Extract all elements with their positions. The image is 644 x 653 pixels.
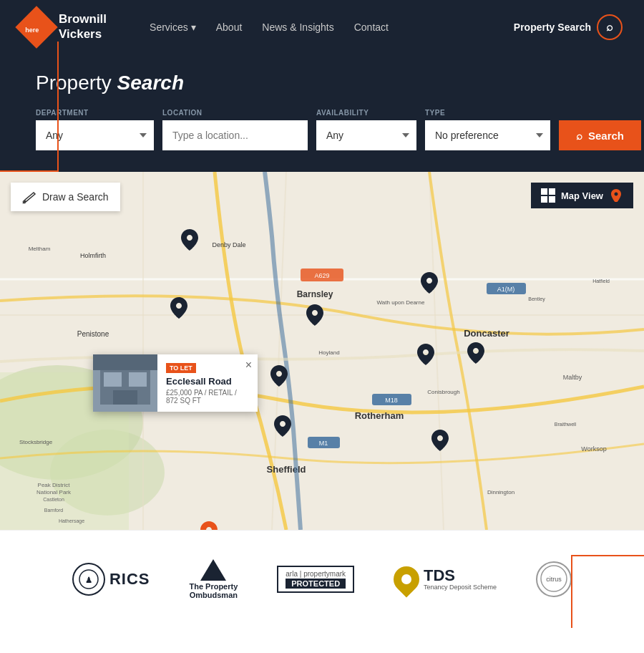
svg-text:Denby Dale: Denby Dale [212,241,245,248]
popup-title: Ecclesall Road [166,376,249,387]
popup-close-button[interactable]: × [245,359,252,372]
logo-text: Brownill Vickers [59,12,107,42]
svg-text:A1(M): A1(M) [497,286,515,293]
map-pin[interactable] [170,297,187,319]
map-view-button[interactable]: Map View [531,183,633,208]
property-popup: × TO LET Ecclesall Road £25,000 [93,354,258,412]
department-group: DEPARTMENT Any Commercial Residential In… [36,109,154,150]
pin-icon [609,188,623,203]
map-pin[interactable] [306,304,323,326]
type-label: TYPE [425,109,550,117]
svg-rect-46 [129,372,147,387]
department-select[interactable]: Any Commercial Residential Industrial [36,120,154,150]
chevron-down-icon: ▾ [191,21,196,33]
property-search-header-btn[interactable]: Property Search ⌕ [514,14,623,40]
tpo-logo: The PropertyOmbudsman [189,559,238,599]
popup-badge: TO LET [166,363,196,373]
arla-protected-text: PROTECTED [286,579,346,589]
svg-text:Peak District: Peak District [38,482,71,488]
svg-text:Sheffield: Sheffield [267,464,306,475]
map-pin[interactable] [431,430,449,451]
map-background: A629 A1(M) M18 M1 Barnsley Doncaster Rot… [0,172,644,530]
svg-text:Conisbrough: Conisbrough [427,389,459,395]
map-pin[interactable] [181,229,198,251]
location-label: LOCATION [162,109,308,117]
grid-icon [541,188,555,203]
map-pin-active[interactable] [200,521,218,530]
svg-rect-47 [113,390,137,405]
draw-icon [22,190,36,204]
header-right: Property Search ⌕ [514,14,623,40]
page-title: Property Search [36,72,608,95]
type-group: TYPE No preference Office Retail Industr… [425,109,550,150]
arla-logo: arla | propertymark PROTECTED [277,566,354,593]
location-group: LOCATION [162,109,308,150]
nav-services[interactable]: Services ▾ [150,21,196,33]
citrus-logo: citrus [536,561,572,597]
svg-text:A629: A629 [314,272,329,279]
rics-label: RICS [109,570,150,589]
map-pin[interactable] [270,365,288,387]
search-form: DEPARTMENT Any Commercial Residential In… [36,109,608,150]
svg-text:Rotherham: Rotherham [355,410,404,421]
svg-text:Dinnington: Dinnington [487,489,514,495]
svg-text:M18: M18 [385,397,398,404]
tpo-label: The PropertyOmbudsman [189,582,238,599]
popup-image [93,354,157,412]
map-pin[interactable] [467,342,484,364]
svg-text:M1: M1 [319,440,328,447]
rics-icon: ♟ [72,563,105,596]
svg-text:Wath upon Dearne: Wath upon Dearne [377,299,425,306]
logo-diamond: here [15,6,57,48]
svg-text:Bentley: Bentley [528,296,545,302]
type-select[interactable]: No preference Office Retail Industrial L… [425,120,550,150]
map-section: A629 A1(M) M18 M1 Barnsley Doncaster Rot… [0,172,644,530]
svg-text:Barnsley: Barnsley [297,289,333,299]
tpo-triangle-icon [200,559,226,581]
search-button[interactable]: ⌕ Search [559,120,641,150]
availability-group: AVAILABILITY Any To Let For Sale Under O… [316,109,416,150]
search-icon: ⌕ [576,130,582,142]
main-nav: Services ▾ About News & Insights Contact [150,21,389,33]
department-label: DEPARTMENT [36,109,154,117]
citrus-text: citrus [540,564,568,595]
logo-tag: here [25,27,39,34]
map-pin[interactable] [417,344,434,365]
map-pin[interactable] [421,272,438,294]
availability-label: AVAILABILITY [316,109,416,117]
search-section: Property Search DEPARTMENT Any Commercia… [0,54,644,172]
svg-text:Holmfirth: Holmfirth [80,252,106,259]
map-pin[interactable] [274,415,291,437]
svg-rect-45 [104,372,122,387]
draw-search-button[interactable]: Draw a Search [11,183,120,211]
nav-contact[interactable]: Contact [354,21,389,33]
rics-logo: ♟ RICS [72,563,150,596]
tds-leaf-icon [389,561,425,598]
svg-rect-48 [93,354,157,370]
svg-text:Doncaster: Doncaster [464,328,509,339]
tds-logo: TDS Tenancy Deposit Scheme [394,566,497,592]
header: here Brownill Vickers Services ▾ About N… [0,0,644,54]
svg-text:Penistone: Penistone [77,330,109,338]
nav-about[interactable]: About [216,21,243,33]
location-input[interactable] [162,120,308,150]
footer-logos: ♟ RICS The PropertyOmbudsman arla | prop… [0,530,644,628]
svg-text:Bamford: Bamford [44,508,64,513]
svg-text:citrus: citrus [546,576,562,583]
svg-text:Castleton: Castleton [43,497,64,502]
svg-text:♟: ♟ [85,576,92,584]
nav-news[interactable]: News & Insights [262,21,333,33]
search-icon: ⌕ [597,14,623,40]
svg-text:Hathersage: Hathersage [59,518,84,524]
tds-text: TDS Tenancy Deposit Scheme [424,568,497,591]
popup-content: TO LET Ecclesall Road £25,000 PA / RETAI… [93,354,258,412]
svg-text:Meltham: Meltham [29,246,51,252]
svg-text:Worksop: Worksop [581,445,606,453]
popup-text: TO LET Ecclesall Road £25,000 PA / RETAI… [157,354,258,412]
svg-text:Maltby: Maltby [563,374,582,381]
svg-text:Stocksbridge: Stocksbridge [19,439,53,445]
logo-link[interactable]: here Brownill Vickers [21,12,107,42]
availability-select[interactable]: Any To Let For Sale Under Offer [316,120,416,150]
svg-text:Hoyland: Hoyland [318,349,339,356]
svg-text:National Park: National Park [36,489,72,495]
